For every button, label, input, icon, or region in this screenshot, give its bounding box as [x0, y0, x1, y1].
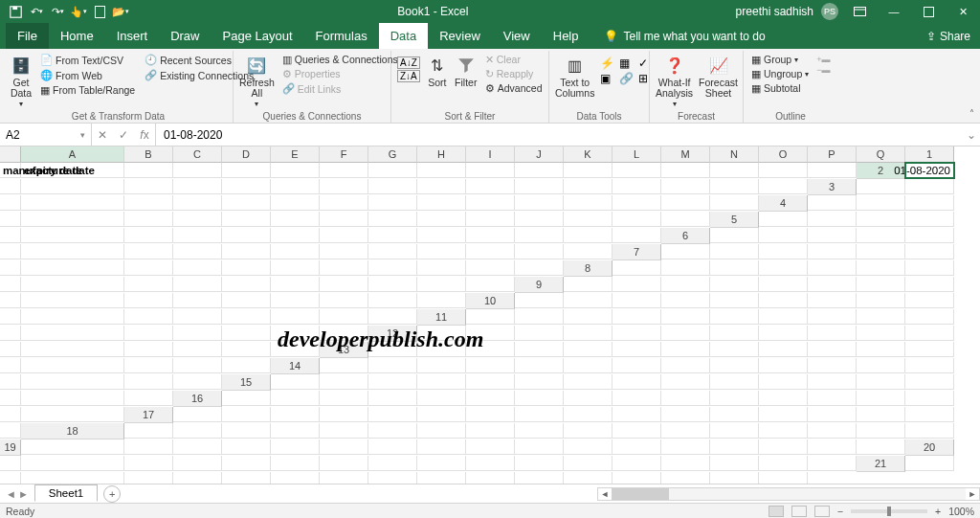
expand-formula-bar-icon[interactable]: ⌄ [963, 124, 980, 146]
cell-A3[interactable] [857, 179, 905, 194]
sort-asc-icon[interactable]: A↓Z [397, 56, 420, 69]
col-header-H[interactable]: H [417, 146, 466, 163]
cell-G17[interactable] [466, 407, 515, 422]
cell-H16[interactable] [564, 391, 612, 406]
cell-Q7[interactable] [515, 260, 564, 276]
cell-J3[interactable] [368, 195, 417, 211]
cell-K3[interactable] [417, 195, 466, 211]
cell-D20[interactable] [173, 456, 222, 471]
cell-B6[interactable] [759, 228, 808, 243]
row-header-12[interactable]: 12 [368, 326, 417, 342]
cell-K18[interactable] [612, 423, 661, 439]
cell-F6[interactable] [0, 244, 21, 259]
cell-J20[interactable] [466, 456, 515, 471]
cell-N20[interactable] [661, 456, 710, 471]
new-file-icon[interactable] [90, 2, 109, 21]
cell-Q15[interactable] [124, 391, 173, 406]
cell-L2[interactable] [515, 179, 564, 194]
cell-B3[interactable] [905, 179, 954, 194]
cell-F10[interactable] [759, 293, 808, 308]
cell-I18[interactable] [515, 423, 564, 439]
from-table-button[interactable]: ▦From Table/Range [38, 83, 137, 97]
cell-D3[interactable] [21, 195, 124, 211]
cell-I8[interactable] [21, 277, 124, 292]
cell-E9[interactable] [759, 277, 808, 292]
cell-C14[interactable] [417, 358, 466, 373]
cell-K9[interactable] [124, 293, 173, 308]
cell-B12[interactable] [466, 326, 515, 341]
cell-Q1[interactable] [808, 163, 857, 178]
cell-N16[interactable] [857, 391, 905, 406]
cell-H5[interactable] [173, 228, 222, 243]
cell-G9[interactable] [857, 277, 905, 292]
row-header-6[interactable]: 6 [661, 228, 710, 244]
flash-fill-icon[interactable]: ⚡ [600, 56, 617, 70]
consolidate-icon[interactable]: ▣ [600, 72, 617, 85]
cell-M3[interactable] [515, 195, 564, 211]
cell-G18[interactable] [417, 423, 466, 439]
text-to-columns-button[interactable]: ▥ Text to Columns [555, 53, 594, 99]
cell-F2[interactable] [222, 179, 271, 194]
cell-G1[interactable] [320, 163, 368, 178]
cell-B5[interactable] [808, 212, 857, 227]
scroll-right-icon[interactable]: ► [966, 489, 979, 499]
cell-G3[interactable] [222, 195, 271, 211]
cell-E5[interactable] [0, 228, 21, 243]
cell-M8[interactable] [271, 277, 320, 292]
cell-L9[interactable] [173, 293, 222, 308]
cell-P19[interactable] [808, 439, 857, 455]
cell-B8[interactable] [661, 260, 710, 276]
cell-B9[interactable] [612, 277, 661, 292]
cell-Q10[interactable] [368, 309, 417, 325]
cell-C1[interactable] [124, 163, 173, 178]
cell-B17[interactable] [222, 407, 271, 422]
cell-A10[interactable] [515, 293, 564, 308]
cell-I1[interactable] [417, 163, 466, 178]
cell-N11[interactable] [173, 326, 222, 341]
cell-K20[interactable] [515, 456, 564, 471]
cell-F15[interactable] [515, 374, 564, 390]
cell-O9[interactable] [320, 293, 368, 308]
tab-formulas[interactable]: Formulas [304, 23, 379, 49]
cell-D4[interactable] [0, 212, 21, 227]
cell-I17[interactable] [564, 407, 612, 422]
cell-G20[interactable] [320, 456, 368, 471]
cell-A6[interactable] [710, 228, 759, 243]
cell-L8[interactable] [222, 277, 271, 292]
cell-C11[interactable] [564, 309, 612, 325]
cell-H8[interactable] [0, 277, 21, 292]
sort-button[interactable]: ⇅ Sort [426, 53, 449, 88]
col-header-D[interactable]: D [222, 146, 271, 163]
cell-N4[interactable] [515, 212, 564, 227]
cell-M5[interactable] [417, 228, 466, 243]
cell-D16[interactable] [368, 391, 417, 406]
cell-Q2[interactable] [759, 179, 808, 194]
cell-D5[interactable] [905, 212, 954, 227]
cell-I2[interactable] [368, 179, 417, 194]
cell-E7[interactable] [857, 244, 905, 259]
cell-P4[interactable] [612, 212, 661, 227]
col-header-P[interactable]: P [808, 146, 857, 163]
cell-E14[interactable] [515, 358, 564, 373]
cell-P16[interactable] [0, 407, 21, 422]
cell-E6[interactable] [905, 228, 954, 243]
cell-B7[interactable] [710, 244, 759, 259]
cell-A8[interactable] [612, 260, 661, 276]
cell-P8[interactable] [417, 277, 466, 292]
row-header-21[interactable]: 21 [857, 456, 905, 472]
maximize-icon[interactable] [915, 0, 942, 23]
get-data-button[interactable]: 🗄️ Get Data▾ [10, 53, 33, 109]
zoom-out-icon[interactable]: − [837, 506, 843, 517]
cell-A9[interactable] [564, 277, 612, 292]
undo-icon[interactable]: ↶▾ [27, 2, 46, 21]
cell-J17[interactable] [612, 407, 661, 422]
cell-J12[interactable] [857, 326, 905, 341]
formula-bar[interactable]: 01-08-2020 [156, 124, 963, 146]
cell-M6[interactable] [368, 244, 417, 259]
cell-J7[interactable] [173, 260, 222, 276]
from-text-csv-button[interactable]: 📄From Text/CSV [38, 53, 137, 67]
cell-L11[interactable] [21, 326, 124, 341]
cell-E2[interactable] [173, 179, 222, 194]
cell-D6[interactable] [857, 228, 905, 243]
cell-A21[interactable] [905, 456, 954, 471]
